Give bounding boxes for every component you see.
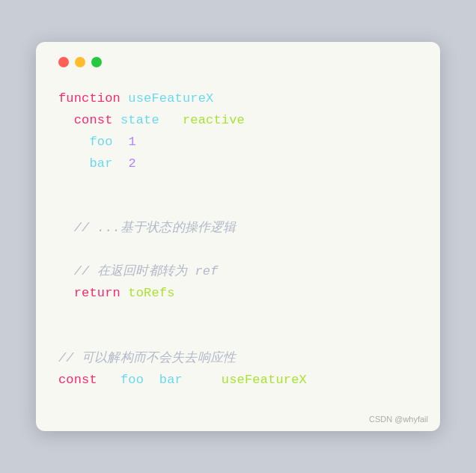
code-line-13: // 可以解构而不会失去响应性: [58, 348, 418, 370]
code-line-11: }: [58, 305, 418, 326]
code-line-2: const state = reactive({: [58, 110, 418, 132]
maximize-button[interactable]: [91, 57, 102, 67]
code-line-12: [58, 326, 418, 348]
code-line-14: const { foo, bar } = useFeatureX( ): [58, 370, 418, 391]
code-line-6: [58, 196, 418, 218]
code-block: function useFeatureX() { const state = r…: [58, 88, 418, 391]
code-line-4: bar: 2: [58, 153, 418, 175]
traffic-lights: [58, 57, 418, 67]
code-line-5: }): [58, 175, 418, 197]
code-line-7: // ...基于状态的操作逻辑: [58, 218, 418, 239]
code-window: function useFeatureX() { const state = r…: [36, 42, 440, 431]
code-line-8: [58, 239, 418, 261]
code-line-10: return toRefs(state): [58, 283, 418, 305]
watermark: CSDN @whyfail: [369, 415, 428, 424]
code-line-3: foo: 1,: [58, 132, 418, 153]
minimize-button[interactable]: [75, 57, 85, 67]
close-button[interactable]: [58, 57, 69, 67]
code-line-1: function useFeatureX() {: [58, 88, 418, 110]
code-line-9: // 在返回时都转为 ref: [58, 261, 418, 283]
